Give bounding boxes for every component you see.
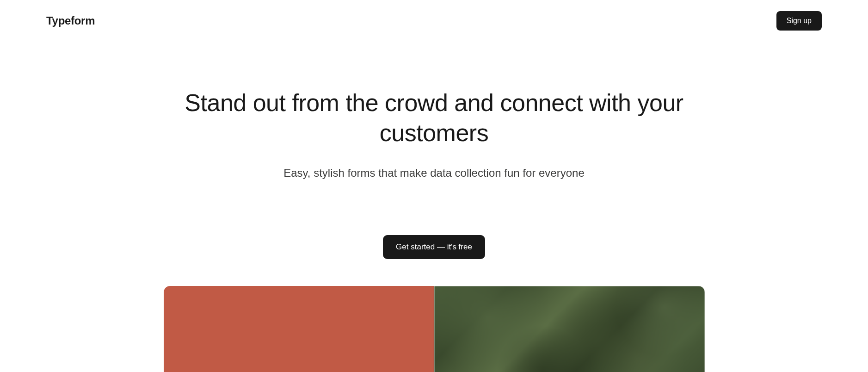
page-header: Typeform Sign up: [0, 0, 868, 42]
hero-image-right-panel: [434, 286, 705, 372]
hero-image-left-panel: [164, 286, 434, 372]
signup-button[interactable]: Sign up: [776, 11, 822, 31]
logo[interactable]: Typeform: [46, 14, 95, 27]
hero-section: Stand out from the crowd and connect wit…: [180, 42, 689, 259]
get-started-button[interactable]: Get started — it's free: [383, 235, 485, 259]
hero-image-container: [164, 286, 705, 372]
hero-title: Stand out from the crowd and connect wit…: [180, 88, 689, 148]
hero-subtitle: Easy, stylish forms that make data colle…: [180, 167, 689, 180]
